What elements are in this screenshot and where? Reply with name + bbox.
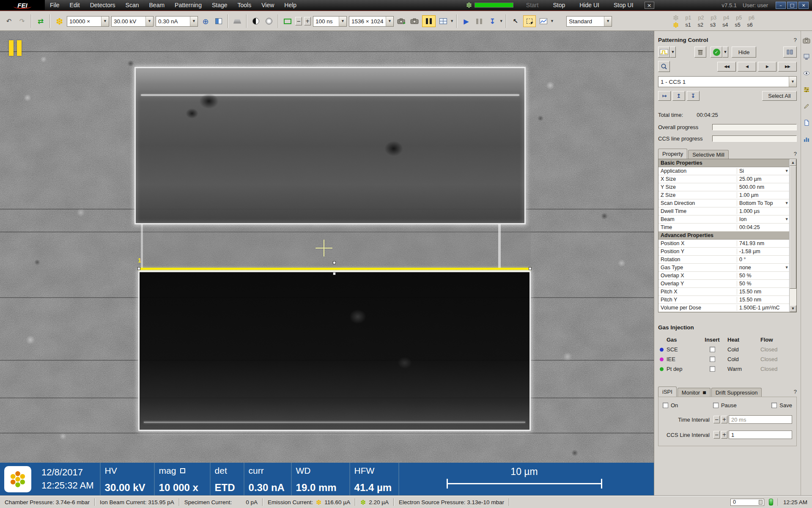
next-pattern-button[interactable]: ▶ — [758, 62, 776, 72]
window-close-button[interactable]: × — [798, 2, 809, 9]
reduced-area-button[interactable] — [282, 16, 293, 27]
beam-current-select[interactable]: 0.30 nA ▼ — [156, 16, 198, 27]
property-row-application[interactable]: Application Si▼ — [658, 167, 789, 175]
time-interval-increase-button[interactable]: + — [721, 416, 727, 423]
dropdown-arrow-icon[interactable]: ▼ — [786, 169, 788, 173]
dropdown-arrow-icon[interactable]: ▼ — [786, 202, 788, 205]
dropdown-arrow-icon[interactable]: ▼ — [145, 17, 153, 26]
pattern-line-group[interactable]: 1 — [139, 265, 530, 272]
tab-ispi[interactable]: iSPI — [658, 387, 677, 397]
ccs-interval-decrease-button[interactable]: − — [713, 431, 720, 439]
dropdown-arrow-icon[interactable]: ▼ — [789, 77, 796, 87]
resolution-select[interactable]: 1536 × 1024 ▼ — [349, 16, 394, 27]
gas-insert-checkbox[interactable] — [710, 366, 715, 372]
previous-pattern-button[interactable]: ◀ — [738, 62, 756, 72]
time-interval-decrease-button[interactable]: − — [713, 416, 720, 423]
window-minimize-button[interactable]: – — [776, 2, 786, 9]
pattern-type-button[interactable] — [658, 47, 670, 58]
help-icon[interactable]: ? — [794, 389, 797, 395]
property-row-beam[interactable]: Beam Ion▼ — [658, 215, 789, 224]
pattern-handle[interactable] — [333, 261, 336, 264]
beam-crosshair-button[interactable]: ⊕ — [200, 16, 211, 27]
property-row-rotation[interactable]: Rotation 0 ° — [658, 256, 789, 264]
menu-item-detectors[interactable]: Detectors — [85, 0, 121, 10]
hide-button[interactable]: Hide — [732, 47, 756, 58]
gas-insert-checkbox[interactable] — [710, 356, 715, 362]
menu-item-edit[interactable]: Edit — [65, 0, 85, 10]
dwell-time-select[interactable]: 100 ns ▼ — [313, 16, 347, 27]
scroll-up-icon[interactable]: ▲ — [790, 159, 796, 166]
pattern-play-button[interactable]: ▶ — [461, 16, 472, 27]
menu-item-beam[interactable]: Beam — [144, 0, 170, 10]
quad-view-button[interactable] — [438, 16, 449, 27]
columns-view-button[interactable] — [783, 47, 797, 58]
bar-chart-icon[interactable] — [803, 136, 810, 143]
brightness-button[interactable] — [263, 16, 274, 27]
scroll-down-icon[interactable]: ▼ — [790, 305, 796, 312]
pause-checkbox[interactable] — [713, 403, 719, 408]
monitor-icon[interactable] — [803, 53, 810, 60]
photo-button[interactable] — [409, 16, 420, 27]
ccs-interval-increase-button[interactable]: + — [721, 431, 727, 439]
dropdown-arrow-icon[interactable]: ▼ — [604, 17, 612, 26]
property-row-z-size[interactable]: Z Size 1.00 µm — [658, 191, 789, 199]
redo-button[interactable]: ↷ — [16, 16, 27, 27]
pattern-insert-button[interactable]: ↧ — [487, 16, 498, 27]
hide-ui-button[interactable]: Hide UI — [575, 1, 604, 9]
snapshot-button[interactable] — [396, 16, 407, 27]
help-icon[interactable]: ? — [793, 37, 797, 43]
property-row-pitch-y[interactable]: Pitch Y 15.50 nm — [658, 296, 789, 304]
zoom-pattern-button[interactable] — [658, 61, 670, 72]
split-screen-button[interactable] — [213, 16, 224, 27]
dropdown-arrow-icon[interactable]: ▼ — [339, 17, 346, 26]
move-to-end-button[interactable]: ↦ — [658, 91, 671, 101]
dwell-increase-button[interactable]: + — [304, 17, 311, 25]
pointer-tool-button[interactable]: ↖ — [510, 16, 521, 27]
property-row-position-y[interactable]: Position Y -1.58 µm — [658, 248, 789, 256]
menu-item-view[interactable]: View — [256, 0, 279, 10]
dropdown-arrow-icon[interactable]: ▼ — [786, 266, 788, 269]
window-maximize-button[interactable]: □ — [787, 2, 797, 9]
property-scrollbar[interactable]: ▲ ▼ — [789, 159, 796, 312]
close-ui-button[interactable]: × — [645, 2, 654, 9]
undo-button[interactable]: ↶ — [3, 16, 14, 27]
menu-item-tools[interactable]: Tools — [233, 0, 257, 10]
scan-preset-select[interactable]: Standard ▼ — [566, 16, 612, 27]
dropdown-arrow-icon[interactable]: ▼ — [386, 17, 393, 26]
document-icon[interactable] — [803, 119, 810, 126]
high-voltage-select[interactable]: 30.00 kV ▼ — [111, 16, 154, 27]
dwell-decrease-button[interactable]: − — [295, 17, 302, 25]
scan-pause-button[interactable] — [422, 15, 436, 27]
contrast-button[interactable] — [250, 16, 261, 27]
adjust-sliders-icon[interactable] — [803, 86, 810, 93]
exchange-beams-button[interactable]: ⇄ — [35, 16, 46, 27]
dropdown-arrow-icon[interactable]: ▼ — [451, 19, 453, 23]
property-row-overlap-x[interactable]: Overlap X 50 % — [658, 272, 789, 280]
sem-viewport[interactable]: 1 — [0, 31, 654, 463]
menu-item-help[interactable]: Help — [279, 0, 302, 10]
start-button[interactable]: Start — [522, 1, 543, 9]
enable-pattern-dropdown[interactable]: ▼ — [722, 47, 728, 58]
property-row-y-size[interactable]: Y Size 500.00 nm — [658, 183, 789, 191]
chart-tool-button[interactable] — [538, 16, 549, 27]
pattern-handle[interactable] — [333, 272, 336, 275]
tab-property[interactable]: Property — [658, 149, 687, 159]
property-row-time[interactable]: Time 00:04:25 — [658, 224, 789, 232]
time-interval-field[interactable]: 20 ms — [729, 415, 792, 424]
tab-selective-mill[interactable]: Selective Mill — [688, 150, 729, 159]
pattern-type-dropdown[interactable]: ▼ — [670, 47, 676, 58]
menu-item-scan[interactable]: Scan — [121, 0, 144, 10]
dropdown-arrow-icon[interactable]: ▼ — [551, 19, 553, 23]
dropdown-arrow-icon[interactable]: ▼ — [101, 17, 109, 26]
property-row-dwell-time[interactable]: Dwell Time 1.000 µs — [658, 207, 789, 215]
pattern-line[interactable] — [139, 268, 530, 270]
property-row-position-x[interactable]: Position X 741.93 nm — [658, 240, 789, 248]
move-up-button[interactable]: ↥ — [672, 91, 685, 101]
ccs-line-interval-field[interactable]: 1 — [729, 431, 792, 439]
first-pattern-button[interactable]: ◀◀ — [717, 62, 736, 72]
property-row-pitch-x[interactable]: Pitch X 15.50 nm — [658, 288, 789, 296]
select-all-button[interactable]: Select All — [762, 91, 797, 101]
pencil-icon[interactable] — [803, 103, 810, 110]
property-row-overlap-y[interactable]: Overlap Y 50 % — [658, 280, 789, 288]
enable-pattern-button[interactable]: ✓ — [710, 47, 722, 58]
